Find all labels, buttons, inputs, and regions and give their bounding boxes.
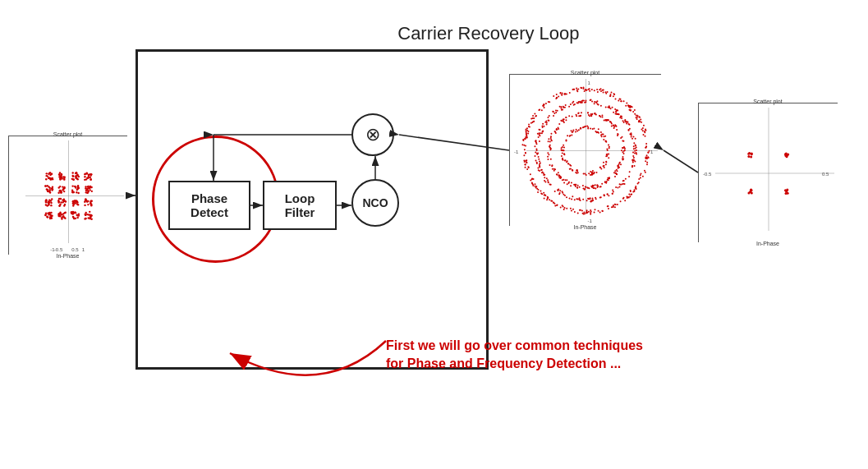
right-to-mid-scatter-arrow xyxy=(664,150,698,172)
page-title: Carrier Recovery Loop xyxy=(397,23,579,44)
loop-filter-box: LoopFilter xyxy=(263,181,337,230)
scatter-left-xlabel: In-Phase xyxy=(8,253,127,259)
nco-circle: NCO xyxy=(351,179,399,227)
annotation-text: First we will go over common techniques … xyxy=(386,337,643,374)
loop-filter-label: LoopFilter xyxy=(285,191,315,219)
phase-detect-label: PhaseDetect xyxy=(191,191,228,219)
scatter-right-xlabel: In-Phase xyxy=(698,241,838,246)
multiply-circle: ⊗ xyxy=(351,113,394,156)
scatter-plot-left xyxy=(8,136,127,255)
scatter-canvas-right xyxy=(699,103,838,243)
scatter-canvas-left xyxy=(9,136,128,255)
phase-detect-box: PhaseDetect xyxy=(168,181,250,230)
scatter-plot-right xyxy=(698,103,838,242)
annotation-line1: First we will go over common techniques xyxy=(386,338,643,352)
nco-label: NCO xyxy=(362,196,388,209)
scatter-mid-xlabel: In-Phase xyxy=(509,224,661,230)
scatter-mid-title: Scatter plot xyxy=(509,70,661,76)
annotation-line2: for Phase and Frequency Detection ... xyxy=(386,356,621,370)
multiply-icon: ⊗ xyxy=(365,124,380,145)
scatter-canvas-mid xyxy=(510,75,662,227)
scatter-plot-mid xyxy=(509,74,661,226)
scatter-left-title: Scatter plot xyxy=(8,131,127,137)
scatter-right-title: Scatter plot xyxy=(698,99,838,104)
